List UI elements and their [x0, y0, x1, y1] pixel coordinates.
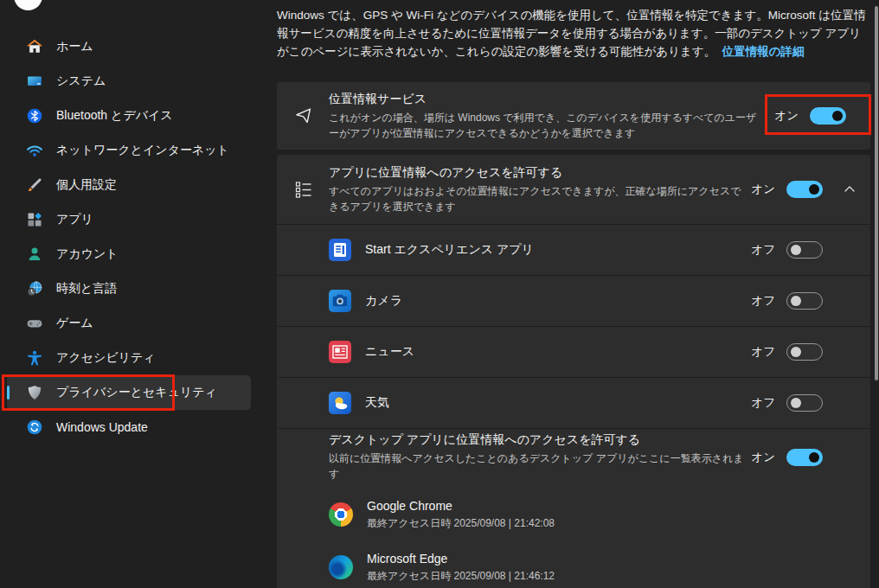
sidebar-item-label: 個人用設定: [56, 177, 117, 193]
sidebar-item-windows-update[interactable]: Windows Update: [7, 410, 251, 444]
network-icon: [26, 142, 43, 159]
app-access-toggle[interactable]: [786, 181, 823, 198]
camera-toggle[interactable]: [786, 292, 823, 310]
scrollbar-thumb[interactable]: [875, 6, 878, 380]
location-settings-panel: Windows では、GPS や Wi-Fi などのデバイスの機能を使用して、位…: [277, 0, 870, 588]
app-state-label: オフ: [751, 344, 775, 360]
news-app-icon: [329, 341, 351, 363]
location-services-state-label: オン: [774, 108, 799, 124]
accessibility-icon: [26, 349, 43, 367]
apps-icon: [26, 211, 43, 228]
sidebar-item-system[interactable]: システム: [7, 64, 251, 99]
bluetooth-icon: [26, 107, 43, 125]
sidebar-item-label: アプリ: [56, 212, 93, 227]
app-state-label: オフ: [751, 395, 775, 411]
chrome-icon: [329, 502, 353, 527]
apps-list-icon: [292, 179, 315, 200]
sidebar-item-label: Windows Update: [56, 420, 148, 434]
sidebar-item-label: 時刻と言語: [56, 281, 117, 297]
chevron-up-icon[interactable]: [843, 182, 857, 196]
settings-sidebar: ホーム システム Bluetooth とデバイス ネットワークとインターネット: [0, 0, 260, 588]
desktop-access-title: デスクトップ アプリに位置情報へのアクセスを許可する: [329, 432, 751, 448]
desktop-access-description: 以前に位置情報へアクセスしたことのあるデスクトップ アプリがここに一覧表示されま…: [329, 451, 751, 482]
app-state-label: オフ: [751, 242, 775, 258]
sidebar-item-network-internet[interactable]: ネットワークとインターネット: [7, 133, 251, 168]
sidebar-item-home[interactable]: ホーム: [7, 29, 251, 64]
desktop-access-row[interactable]: デスクトップ アプリに位置情報へのアクセスを許可する 以前に位置情報へアクセスし…: [277, 428, 870, 485]
list-item-google-chrome: Google Chrome 最終アクセス日時 2025/09/08 | 21:4…: [329, 492, 870, 537]
location-details-link[interactable]: 位置情報の詳細: [722, 45, 805, 58]
app-access-description: すべてのアプリはおおよその位置情報にアクセスできますが、正確な場所にアクセスでき…: [329, 183, 751, 214]
app-row-start-experience[interactable]: Start エクスペリエンス アプリ オフ: [277, 224, 870, 275]
desktop-app-list: Google Chrome 最終アクセス日時 2025/09/08 | 21:4…: [277, 485, 870, 588]
sidebar-item-label: Bluetooth とデバイス: [56, 108, 173, 124]
system-icon: [26, 73, 43, 90]
desktop-app-name: Microsoft Edge: [367, 552, 555, 566]
user-avatar[interactable]: [14, 0, 42, 10]
location-services-row[interactable]: 位置情報サービス これがオンの場合、場所は Windows で利用でき、このデバ…: [277, 82, 870, 150]
desktop-access-state-label: オン: [751, 450, 775, 465]
list-item-microsoft-edge: Microsoft Edge 最終アクセス日時 2025/09/08 | 21:…: [329, 545, 870, 588]
news-toggle[interactable]: [786, 343, 823, 361]
app-row-weather[interactable]: 天気 オフ: [277, 377, 870, 428]
app-access-group: アプリに位置情報へのアクセスを許可する すべてのアプリはおおよその位置情報にアク…: [277, 155, 870, 588]
personalization-icon: [26, 176, 43, 194]
start-experience-toggle[interactable]: [786, 241, 823, 259]
gaming-icon: [26, 315, 43, 332]
app-name: 天気: [365, 395, 751, 411]
sidebar-item-gaming[interactable]: ゲーム: [7, 306, 251, 341]
privacy-shield-icon: [26, 384, 43, 401]
sidebar-item-label: プライバシーとセキュリティ: [56, 385, 217, 400]
app-access-header-row[interactable]: アプリに位置情報へのアクセスを許可する すべてのアプリはおおよその位置情報にアク…: [277, 155, 870, 224]
desktop-app-last-access: 最終アクセス日時 2025/09/08 | 21:42:08: [367, 516, 555, 531]
sidebar-item-label: システム: [56, 74, 106, 89]
app-access-state-label: オン: [751, 182, 775, 197]
location-services-toggle[interactable]: [810, 107, 846, 125]
sidebar-item-label: ゲーム: [56, 316, 93, 331]
app-row-camera[interactable]: カメラ オフ: [277, 275, 870, 326]
sidebar-nav: ホーム システム Bluetooth とデバイス ネットワークとインターネット: [0, 29, 260, 444]
sidebar-item-apps[interactable]: アプリ: [7, 202, 251, 237]
home-icon: [26, 38, 43, 55]
accounts-icon: [26, 246, 43, 263]
sidebar-item-privacy-security[interactable]: プライバシーとセキュリティ: [7, 375, 251, 410]
sidebar-item-time-language[interactable]: 時刻と言語: [7, 272, 251, 306]
time-language-icon: [26, 280, 43, 297]
sidebar-item-accessibility[interactable]: アクセシビリティ: [7, 341, 251, 375]
app-name: ニュース: [365, 344, 751, 360]
start-experience-app-icon: [329, 239, 351, 261]
location-services-description: これがオンの場合、場所は Windows で利用でき、このデバイスを使用するすべ…: [329, 110, 763, 141]
sidebar-item-bluetooth-devices[interactable]: Bluetooth とデバイス: [7, 99, 251, 133]
intro-paragraph: Windows では、GPS や Wi-Fi などのデバイスの機能を使用して、位…: [277, 0, 870, 61]
app-name: Start エクスペリエンス アプリ: [365, 242, 751, 258]
location-services-title: 位置情報サービス: [329, 92, 774, 107]
desktop-app-name: Google Chrome: [367, 499, 555, 513]
desktop-app-last-access: 最終アクセス日時 2025/09/08 | 21:46:12: [367, 569, 555, 584]
sidebar-item-label: ネットワークとインターネット: [56, 143, 229, 158]
windows-update-icon: [26, 419, 43, 436]
weather-toggle[interactable]: [786, 394, 823, 412]
app-access-title: アプリに位置情報へのアクセスを許可する: [329, 165, 751, 181]
selected-accent-bar: [7, 386, 10, 399]
weather-app-icon: [329, 392, 351, 414]
camera-app-icon: [329, 290, 351, 312]
sidebar-item-label: アカウント: [56, 246, 119, 262]
desktop-access-toggle[interactable]: [786, 449, 823, 466]
sidebar-item-label: アクセシビリティ: [56, 350, 156, 366]
app-name: カメラ: [365, 293, 751, 309]
app-state-label: オフ: [751, 293, 775, 309]
location-arrow-icon: [292, 105, 315, 126]
sidebar-item-personalization[interactable]: 個人用設定: [7, 168, 251, 202]
edge-icon: [329, 555, 353, 579]
sidebar-item-accounts[interactable]: アカウント: [7, 237, 251, 272]
sidebar-item-label: ホーム: [56, 39, 93, 54]
app-row-news[interactable]: ニュース オフ: [277, 326, 870, 377]
